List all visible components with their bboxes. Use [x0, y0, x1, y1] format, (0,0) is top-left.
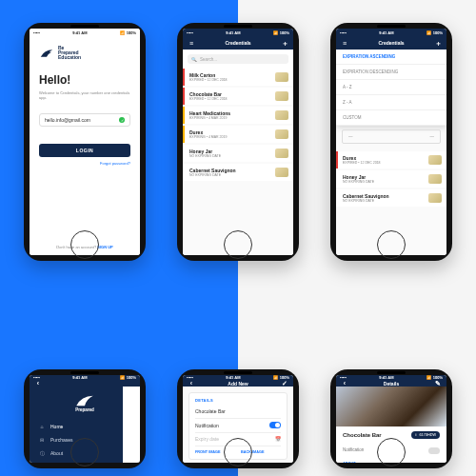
add-icon[interactable]: ＋ [434, 40, 442, 47]
list-item[interactable]: Milk CartonEXPIRED • 12 DEC 2018 [183, 69, 293, 86]
search-input[interactable]: 🔍 Search... [188, 54, 288, 64]
back-icon[interactable]: ‹ [34, 380, 42, 387]
item-thumbnail [275, 149, 288, 158]
header-title: Credentials [195, 40, 281, 46]
sort-option[interactable]: A - Z [336, 80, 446, 95]
carrier-dots: ••••• [33, 30, 40, 35]
code-badge: ⦀6173HDW [411, 431, 440, 439]
status-time: 9:41 AM [72, 30, 87, 35]
hero-image [336, 387, 446, 426]
header-title: Credentials [348, 40, 434, 46]
credentials-list: Milk CartonEXPIRED • 12 DEC 2018Chocolat… [183, 69, 293, 255]
front-image-label: FRONT IMAGE [195, 450, 235, 454]
header-title: Add New [195, 381, 281, 387]
status-bar: ••••• 9:41 AM 📶100% [30, 29, 140, 36]
item-thumbnail [275, 129, 288, 139]
barcode-icon: ⦀ [415, 433, 417, 437]
expiry-input[interactable]: Expiry date📅 [195, 433, 281, 446]
phone-add-new: •••••9:41 AM📶100% ‹ Add New ✓ DETAILS Ch… [177, 369, 299, 468]
notification-toggle-row: Notification [195, 419, 281, 433]
item-thumbnail [275, 72, 288, 82]
list-item[interactable]: DurexEXPIRING • 4 MAR 2019 [183, 126, 293, 143]
forgot-password-link[interactable]: Forgot password? [39, 161, 130, 166]
menu-item-icon: ⌂ [39, 424, 45, 429]
section-label: DETAILS [195, 398, 281, 403]
phone-login: ••••• 9:41 AM 📶100% BePreparedEducation … [24, 23, 146, 261]
item-thumbnail [275, 168, 288, 177]
check-icon: ✓ [119, 117, 125, 123]
menu-item-icon: ⓘ [39, 450, 45, 456]
item-thumbnail [275, 91, 288, 101]
list-item[interactable]: Heart MedicationsEXPIRING • 4 MAR 2019 [183, 107, 293, 124]
list-item[interactable]: Honey JarNO EXPIRING DATE [183, 145, 293, 162]
search-icon: 🔍 [191, 57, 197, 62]
edit-icon[interactable]: ✎ [434, 380, 442, 387]
add-icon[interactable]: ＋ [281, 40, 288, 47]
save-icon[interactable]: ✓ [281, 380, 288, 387]
phone-nav-drawer: •••••9:41 AM📶100% ‹ Prepared ⌂Home⊟Purch… [24, 369, 146, 468]
brand-logo: BePreparedEducation [39, 46, 130, 60]
sort-option[interactable]: EXPIRATION ASCENDING [336, 50, 446, 65]
sort-option[interactable]: EXPIRATION DESCENDING [336, 65, 446, 80]
login-subtitle: Welcome to Credentials, your number one … [39, 90, 130, 100]
phone-sort-filter: •••••9:41 AM📶100% ≡ Credentials ＋ EXPIRA… [330, 23, 452, 261]
menu-icon[interactable]: ≡ [341, 40, 348, 47]
wing-icon [39, 49, 54, 58]
name-input[interactable]: Chocolate Bar [195, 406, 281, 419]
menu-icon[interactable]: ≡ [188, 40, 195, 47]
signup-link[interactable]: SIGN UP [97, 245, 112, 249]
list-item[interactable]: Honey JarNO EXPIRING DATE [336, 170, 446, 188]
header-title: Details [348, 381, 434, 387]
menu-item-icon: ⊟ [39, 437, 45, 443]
sort-option[interactable]: Z - A [336, 95, 446, 110]
phone-details: •••••9:41 AM📶100% ‹ Details ✎ Chocolate … [330, 369, 452, 468]
back-icon[interactable]: ‹ [341, 380, 348, 387]
list-item[interactable]: Chocolate BarEXPIRED • 12 DEC 2018 [183, 88, 293, 105]
email-field[interactable]: hello.info@gmail.com ✓ [39, 113, 130, 127]
login-heading: Hello! [39, 73, 130, 87]
back-icon[interactable]: ‹ [188, 380, 195, 387]
back-image-label: BACK IMAGE [241, 450, 281, 454]
status-battery: 100% [127, 30, 136, 35]
list-item[interactable]: Cabernet SauvignonNO EXPIRING DATE [183, 164, 293, 181]
list-item[interactable]: DurexEXPIRED • 12 DEC 2018 [336, 151, 446, 169]
sort-option[interactable]: CUSTOM [336, 110, 446, 126]
app-header: ≡ Credentials ＋ [183, 36, 293, 50]
item-name: Chocolate Bar [343, 432, 382, 438]
date-range-input[interactable]: —— [342, 129, 441, 144]
signup-line: Don't have an account? SIGN UP [39, 245, 130, 255]
sort-dropdown: EXPIRATION ASCENDINGEXPIRATION DESCENDIN… [336, 50, 446, 126]
calendar-icon: 📅 [275, 436, 281, 442]
item-thumbnail [275, 110, 288, 120]
toggle-switch-off[interactable] [428, 447, 440, 454]
about-label: ABOUT [343, 462, 356, 463]
list-item[interactable]: Cabernet SauvignonNO EXPIRING DATE [336, 189, 446, 207]
phone-credentials-list: •••••9:41 AM 📶100% ≡ Credentials ＋ 🔍 Sea… [177, 23, 299, 261]
status-bar: •••••9:41 AM 📶100% [183, 29, 293, 36]
toggle-switch[interactable] [269, 422, 281, 428]
login-button[interactable]: LOGIN [39, 144, 130, 157]
notification-row: Notification [336, 444, 446, 458]
